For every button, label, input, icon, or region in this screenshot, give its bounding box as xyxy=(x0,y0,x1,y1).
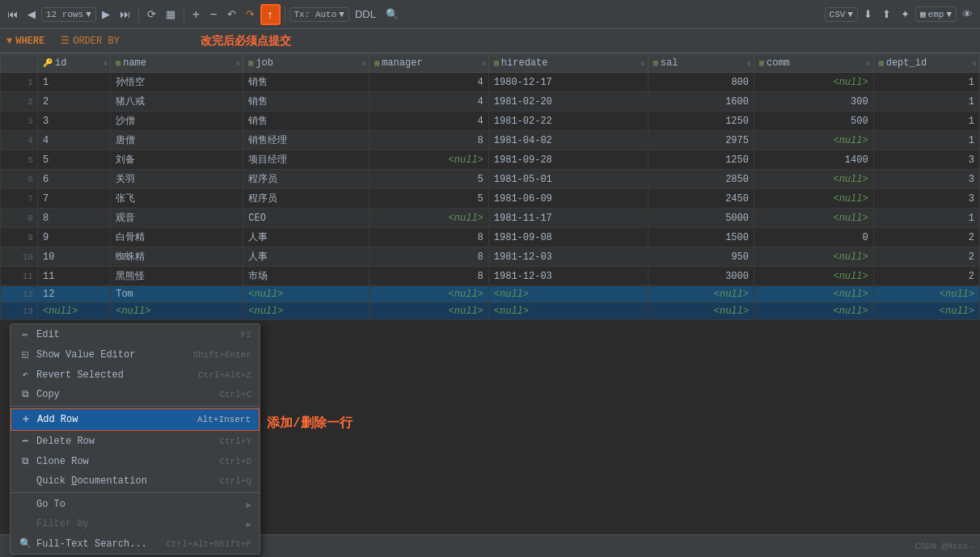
grid-btn[interactable]: ▦ xyxy=(162,6,180,23)
table-row[interactable]: 13 <null> <null> <null> <null> <null> <n… xyxy=(1,303,980,320)
table-row[interactable]: 8 8 观音 CEO <null> 1981-11-17 5000 <null>… xyxy=(1,209,980,228)
cell-sal[interactable]: 5000 xyxy=(648,209,754,228)
cell-manager[interactable]: <null> xyxy=(370,303,489,320)
download-btn[interactable]: ⬇ xyxy=(860,6,877,23)
cell-hiredate[interactable]: 1981-12-03 xyxy=(488,267,648,286)
table-row[interactable]: 7 7 张飞 程序员 5 1981-06-09 2450 <null> 3 xyxy=(1,189,980,209)
cell-comm[interactable]: <null> xyxy=(754,267,873,286)
ctx-quick-doc[interactable]: Quick Documentation Ctrl+Q xyxy=(11,471,260,491)
ctx-revert[interactable]: ↶ Revert Selected Ctrl+Alt+Z xyxy=(11,365,260,385)
cell-job[interactable]: 人事 xyxy=(243,228,370,247)
col-header-name[interactable]: ▦name ⇅ xyxy=(111,54,243,73)
cell-job[interactable]: 程序员 xyxy=(243,170,370,189)
cell-comm[interactable]: <null> xyxy=(754,131,873,150)
hiredate-sort[interactable]: ⇅ xyxy=(640,59,644,68)
cell-manager[interactable]: 8 xyxy=(370,228,489,247)
ctx-fulltext[interactable]: 🔍 Full-Text Search... Ctrl+Alt+Shift+F xyxy=(11,534,260,554)
cell-name[interactable]: 张飞 xyxy=(111,189,243,209)
cell-hiredate[interactable]: <null> xyxy=(488,286,648,303)
cell-job[interactable]: 销售 xyxy=(243,73,370,92)
cell-name[interactable]: <null> xyxy=(111,303,243,320)
submit-btn[interactable]: ↑ xyxy=(260,4,281,25)
search-btn[interactable]: 🔍 xyxy=(382,6,403,23)
cell-comm[interactable]: <null> xyxy=(754,286,873,303)
cell-manager[interactable]: <null> xyxy=(370,286,489,303)
cell-comm[interactable]: <null> xyxy=(754,247,873,267)
cell-manager[interactable]: 4 xyxy=(370,73,489,92)
cell-comm[interactable]: <null> xyxy=(754,189,873,209)
ctx-copy[interactable]: ⧉ Copy Ctrl+C xyxy=(11,385,260,404)
cell-hiredate[interactable]: 1981-04-02 xyxy=(488,131,648,150)
cell-sal[interactable]: 2450 xyxy=(648,189,754,209)
col-header-hiredate[interactable]: ▦hiredate ⇅ xyxy=(488,54,648,73)
nav-first-btn[interactable]: ⏮ xyxy=(3,6,22,23)
cell-deptid[interactable]: 2 xyxy=(873,267,979,286)
nav-prev-btn[interactable]: ◀ xyxy=(23,6,40,23)
deptid-sort[interactable]: ⇅ xyxy=(973,59,977,68)
cell-name[interactable]: 黑熊怪 xyxy=(111,267,243,286)
cell-deptid[interactable]: 1 xyxy=(873,209,979,228)
cell-job[interactable]: 人事 xyxy=(243,247,370,267)
order-by-filter[interactable]: ☰ ORDER BY xyxy=(61,35,120,47)
cell-deptid[interactable]: 1 xyxy=(873,73,979,92)
sal-sort[interactable]: ⇅ xyxy=(747,59,751,68)
cell-id[interactable]: 5 xyxy=(37,150,110,170)
col-header-id[interactable]: 🔑id ⇅ xyxy=(37,54,110,73)
cell-hiredate[interactable]: <null> xyxy=(488,303,648,320)
cell-deptid[interactable]: 3 xyxy=(873,189,979,209)
cell-name[interactable]: 白骨精 xyxy=(111,228,243,247)
ctx-add-row[interactable]: + Add Row Alt+Insert xyxy=(11,408,260,431)
cell-deptid[interactable]: 1 xyxy=(873,112,979,131)
ctx-delete-row[interactable]: − Delete Row Ctrl+Y xyxy=(11,431,260,452)
cell-deptid[interactable]: 2 xyxy=(873,247,979,267)
col-header-manager[interactable]: ▦manager ⇅ xyxy=(370,54,489,73)
table-row[interactable]: 6 6 关羽 程序员 5 1981-05-01 2850 <null> 3 xyxy=(1,170,980,189)
ddl-btn[interactable]: DDL xyxy=(351,6,380,23)
cell-manager[interactable]: <null> xyxy=(370,150,489,170)
cell-hiredate[interactable]: 1981-05-01 xyxy=(488,170,648,189)
cell-deptid[interactable]: <null> xyxy=(873,303,979,320)
table-row[interactable]: 1 1 孙悟空 销售 4 1980-12-17 800 <null> 1 xyxy=(1,73,980,92)
cell-manager[interactable]: 8 xyxy=(370,267,489,286)
emp-dropdown[interactable]: ▦ emp ▼ xyxy=(915,6,957,22)
where-filter[interactable]: ▼ WHERE xyxy=(6,36,44,47)
cell-sal[interactable]: <null> xyxy=(648,286,754,303)
cell-hiredate[interactable]: 1981-02-20 xyxy=(488,92,648,112)
comm-sort[interactable]: ⇅ xyxy=(866,59,870,68)
eye-btn[interactable]: 👁 xyxy=(958,6,977,23)
cell-hiredate[interactable]: 1981-11-17 xyxy=(488,209,648,228)
cell-manager[interactable]: 4 xyxy=(370,112,489,131)
cell-sal[interactable]: 950 xyxy=(648,247,754,267)
compare-btn[interactable]: ✦ xyxy=(897,6,914,23)
cell-job[interactable]: CEO xyxy=(243,209,370,228)
cell-comm[interactable]: 0 xyxy=(754,228,873,247)
cell-name[interactable]: 沙僧 xyxy=(111,112,243,131)
cell-comm[interactable]: 1400 xyxy=(754,150,873,170)
ctx-clone-row[interactable]: ⧉ Clone Row Ctrl+D xyxy=(11,452,260,471)
cell-name[interactable]: 孙悟空 xyxy=(111,73,243,92)
cell-sal[interactable]: 2850 xyxy=(648,170,754,189)
cell-deptid[interactable]: 3 xyxy=(873,150,979,170)
cell-manager[interactable]: 8 xyxy=(370,131,489,150)
cell-comm[interactable]: <null> xyxy=(754,209,873,228)
table-row[interactable]: 11 11 黑熊怪 市场 8 1981-12-03 3000 <null> 2 xyxy=(1,267,980,286)
cell-hiredate[interactable]: 1981-02-22 xyxy=(488,112,648,131)
cell-deptid[interactable]: 2 xyxy=(873,228,979,247)
cell-sal[interactable]: <null> xyxy=(648,303,754,320)
cell-manager[interactable]: 5 xyxy=(370,170,489,189)
cell-name[interactable]: 观音 xyxy=(111,209,243,228)
cell-deptid[interactable]: <null> xyxy=(873,286,979,303)
refresh-btn[interactable]: ⟳ xyxy=(143,6,160,23)
cell-sal[interactable]: 1250 xyxy=(648,150,754,170)
cell-job[interactable]: 程序员 xyxy=(243,189,370,209)
redo-btn[interactable]: ↷ xyxy=(242,6,259,23)
cell-comm[interactable]: <null> xyxy=(754,303,873,320)
cell-id[interactable]: 12 xyxy=(37,286,110,303)
cell-id[interactable]: 11 xyxy=(37,267,110,286)
cell-deptid[interactable]: 1 xyxy=(873,92,979,112)
cell-job[interactable]: 销售 xyxy=(243,112,370,131)
cell-sal[interactable]: 800 xyxy=(648,73,754,92)
nav-next-btn[interactable]: ▶ xyxy=(98,6,114,23)
cell-id[interactable]: 3 xyxy=(37,112,110,131)
cell-hiredate[interactable]: 1981-06-09 xyxy=(488,189,648,209)
